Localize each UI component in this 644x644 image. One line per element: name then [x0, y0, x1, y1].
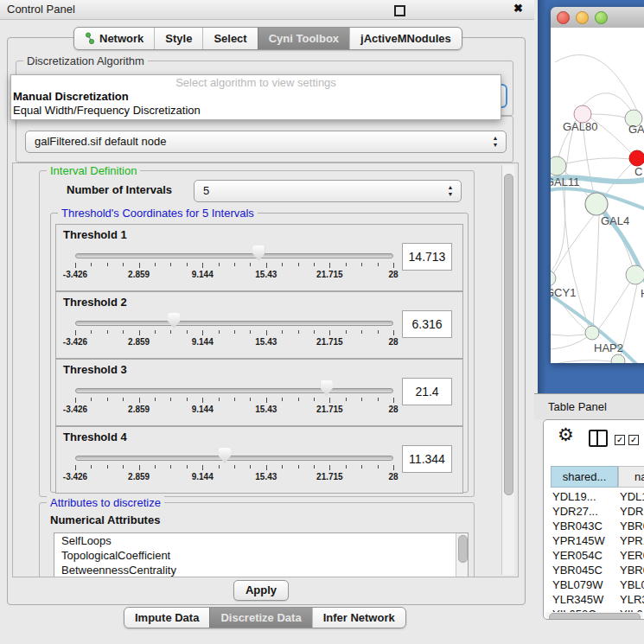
table-row[interactable]: YBL079WYBL0 — [544, 577, 644, 592]
zoom-traffic-light-icon[interactable] — [595, 11, 608, 24]
cell-shared-name: YLR345W — [552, 592, 603, 607]
node-label-gal11: GAL11 — [551, 175, 580, 188]
close-icon[interactable]: ✖ — [513, 2, 523, 15]
cell-name: YDL1 — [620, 489, 644, 504]
slider-thumb[interactable] — [168, 313, 180, 328]
threshold-4-slider[interactable]: -3.4262.8599.14415.4321.71528 — [75, 427, 393, 493]
checkbox-icon[interactable]: ✓ — [628, 435, 639, 445]
tab-network[interactable]: Network — [74, 28, 154, 49]
slider-tick — [298, 398, 299, 401]
threshold-2-value[interactable]: 6.316 — [402, 310, 452, 338]
cell-name: YBL0 — [620, 577, 644, 592]
settings-scrollbar[interactable] — [501, 165, 514, 575]
cell-shared-name: YBR045C — [552, 563, 603, 577]
table-data-group: Table Data galFiltered.sif default node … — [16, 116, 513, 163]
node-selected-red[interactable] — [629, 150, 644, 166]
settings-scrollbar-thumb[interactable] — [504, 174, 513, 495]
list-scrollbar[interactable] — [456, 533, 468, 577]
float-window-icon[interactable] — [394, 5, 405, 16]
list-item[interactable]: TopologicalCoefficient — [54, 548, 468, 563]
list-item[interactable]: BetweennessCentrality — [54, 563, 468, 577]
slider-tick — [219, 398, 220, 401]
slider-tick — [329, 398, 330, 403]
slider-tick — [361, 398, 362, 401]
table-data-combobox[interactable]: galFiltered.sif default node ▲▼ — [25, 131, 507, 153]
slider-track[interactable] — [75, 456, 393, 461]
slider-tick-label: 21.715 — [316, 405, 343, 414]
slider-thumb[interactable] — [321, 380, 333, 396]
slider-tick — [219, 465, 220, 469]
threshold-1-value[interactable]: 14.713 — [402, 243, 452, 271]
slider-tick — [155, 465, 156, 469]
checkbox-icon[interactable]: ✓ — [615, 435, 625, 445]
slider-tick — [107, 330, 108, 334]
dropdown-option-equal-width[interactable]: Equal Width/Frequency Discretization — [11, 104, 501, 118]
cyni-bottom-tabs: Impute Data Discretize Data Infer Networ… — [124, 607, 406, 628]
numerical-attributes-label: Numerical Attributes — [50, 513, 160, 526]
slider-tick — [266, 330, 267, 335]
network-window-frame: GAL80 GA C GAL11 GAL4 GCY1 H HAP2 — [538, 0, 644, 393]
slider-tick — [314, 263, 315, 266]
threshold-2-slider[interactable]: -3.4262.8599.14415.4321.71528 — [75, 292, 393, 358]
column-header-shared-name[interactable]: shared... — [551, 466, 618, 488]
tab-style[interactable]: Style — [154, 28, 202, 49]
slider-tick — [187, 263, 188, 266]
slider-tick — [329, 465, 330, 470]
cell-name: YPR1 — [620, 533, 644, 548]
numerical-attributes-list[interactable]: SelfLoops TopologicalCoefficient Between… — [54, 532, 469, 577]
tab-select[interactable]: Select — [202, 28, 257, 49]
apply-button[interactable]: Apply — [233, 580, 289, 601]
table-row[interactable]: YBR043CYBR0 — [544, 519, 644, 533]
slider-track[interactable] — [75, 253, 393, 258]
network-canvas[interactable]: GAL80 GA C GAL11 GAL4 GCY1 H HAP2 — [551, 28, 644, 363]
slider-tick — [202, 263, 203, 268]
table-panel-titlebar: Table Panel — [534, 393, 644, 420]
slider-track[interactable] — [75, 321, 393, 326]
threshold-4-value[interactable]: 11.344 — [402, 445, 452, 473]
slider-track[interactable] — [75, 388, 393, 393]
node-hap2[interactable] — [585, 326, 599, 340]
tab-jactivemnodules[interactable]: jActiveMNodules — [349, 28, 462, 49]
node-gal11[interactable] — [551, 156, 566, 175]
slider-tick — [393, 263, 394, 268]
tab-impute-data[interactable]: Impute Data — [124, 608, 209, 628]
slider-tick-label: 9.144 — [192, 472, 214, 481]
table-row[interactable]: YLR345WYLR3 — [544, 592, 644, 607]
list-item[interactable]: SelfLoops — [54, 533, 468, 548]
threshold-3-value[interactable]: 21.4 — [402, 378, 452, 405]
minimize-traffic-light-icon[interactable] — [576, 11, 589, 24]
number-of-intervals-combobox[interactable]: 5 ▲▼ — [194, 180, 462, 202]
slider-thumb[interactable] — [219, 448, 231, 463]
split-pane-icon[interactable] — [589, 430, 608, 447]
threshold-1-slider[interactable]: -3.4262.8599.14415.4321.71528 — [75, 225, 393, 290]
slider-tick — [91, 263, 92, 266]
tab-discretize-data[interactable]: Discretize Data — [209, 608, 311, 628]
cell-name: YBR0 — [620, 519, 644, 533]
node-partial-bottom[interactable] — [611, 354, 625, 363]
node-h-partial[interactable] — [626, 265, 644, 284]
tab-jactivemnodules-label: jActiveMNodules — [360, 28, 451, 49]
close-traffic-light-icon[interactable] — [557, 11, 570, 24]
table-row[interactable]: YPR145WYPR1 — [544, 533, 644, 548]
slider-tick — [393, 330, 394, 335]
column-header-name[interactable]: na — [618, 466, 644, 488]
node-gal4[interactable] — [585, 193, 608, 215]
table-row[interactable]: YDL19...YDL1 — [544, 489, 644, 504]
network-window-titlebar[interactable] — [551, 7, 644, 29]
node-gcy1[interactable] — [551, 271, 556, 286]
tab-cyni-toolbox[interactable]: Cyni Toolbox — [258, 28, 349, 49]
slider-thumb[interactable] — [252, 245, 265, 261]
tab-network-label: Network — [99, 28, 143, 49]
table-horizontal-scrollbar[interactable] — [545, 612, 643, 620]
gear-icon[interactable]: ⚙ — [558, 424, 574, 445]
table-scrollbar-thumb[interactable] — [549, 613, 641, 620]
slider-tick — [282, 465, 283, 469]
tab-infer-network[interactable]: Infer Network — [312, 608, 405, 628]
list-scrollbar-thumb[interactable] — [458, 535, 468, 563]
threshold-3-slider[interactable]: -3.4262.8599.14415.4321.71528 — [75, 360, 393, 425]
slider-tick-label: 28 — [388, 270, 398, 279]
table-row[interactable]: YER054CYER0 — [544, 548, 644, 563]
dropdown-option-manual[interactable]: Manual Discretization — [11, 90, 501, 104]
table-row[interactable]: YDR27...YDR2 — [544, 504, 644, 519]
table-row[interactable]: YBR045CYBR0 — [544, 563, 644, 577]
